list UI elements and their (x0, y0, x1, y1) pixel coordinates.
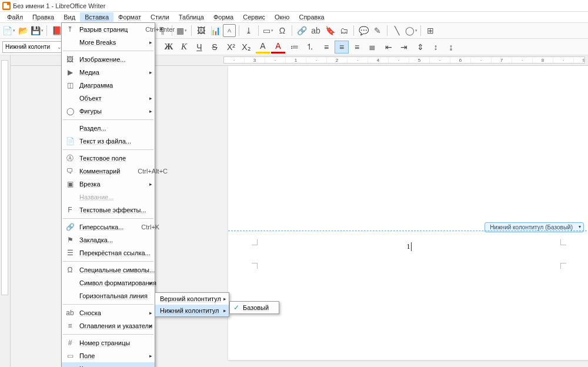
menuitem-верхний-колонтитул[interactable]: Верхний колонтитул▸ (155, 293, 229, 305)
shapes-button[interactable]: ◯ (405, 24, 417, 37)
titlebar: Без имени 1 - LibreOffice Writer (0, 0, 588, 12)
strike-button[interactable]: S (208, 41, 222, 54)
menuitem-гиперссылка-[interactable]: 🔗Гиперссылка...Ctrl+K (62, 221, 155, 233)
margin-corner (560, 239, 566, 245)
insert-menu[interactable]: ⤒Разрыв страницCtrl+EnterMore Breaks▸🖼Из… (61, 22, 155, 367)
menuitem-нижний-колонтитул[interactable]: Нижний колонтитул▸ (155, 305, 229, 316)
footer-style-submenu[interactable]: ✓Базовый (229, 301, 279, 314)
margin-corner (560, 263, 566, 269)
numbering-button[interactable]: ⒈ (303, 41, 317, 54)
menuitem-закладка-[interactable]: ⚑Закладка... (62, 233, 155, 246)
superscript-button[interactable]: X² (224, 41, 238, 54)
menu-справка[interactable]: Справка (294, 12, 329, 22)
page[interactable]: Нижний колонтитул (Базовый) 1 (228, 66, 588, 360)
footer-separator (228, 231, 588, 231)
menuitem-номер-страницы[interactable]: #Номер страницы (62, 336, 155, 349)
menu-стили[interactable]: Стили (146, 12, 174, 22)
textbox-button[interactable]: A (223, 24, 236, 37)
field-button[interactable]: ▭ (262, 24, 275, 37)
fontcolor-button[interactable]: A (271, 41, 285, 54)
bold-button[interactable]: Ж (162, 41, 176, 54)
menu-правка[interactable]: Правка (28, 12, 59, 22)
app-icon (2, 2, 11, 10)
menuitem-горизонтальная-линия[interactable]: Горизонтальная линия (62, 289, 155, 302)
ruler-horizontal[interactable]: ·3·1·2·4·5·6·7·8·9·10·11·12·13·14·15·16·… (223, 56, 585, 64)
paragraph-style-combo[interactable]: Нижний колонти (2, 41, 64, 53)
menuitem-комментарий[interactable]: 🗨КомментарийCtrl+Alt+C (62, 165, 155, 178)
menuitem-more-breaks[interactable]: More Breaks▸ (62, 36, 155, 49)
symbol-button[interactable]: Ω (276, 24, 289, 37)
menu-таблица[interactable]: Таблица (174, 12, 209, 22)
menuitem-изображение-[interactable]: 🖼Изображение... (62, 53, 155, 66)
pagebreak-button[interactable]: ⤓ (242, 24, 255, 37)
image-button[interactable]: 🖼 (195, 24, 208, 37)
trackchanges-button[interactable]: ✎ (371, 24, 384, 37)
ruler-vertical[interactable] (1, 60, 8, 295)
menuitem-объект[interactable]: Объект▸ (62, 92, 155, 105)
menuitem-базовый[interactable]: ✓Базовый (230, 302, 279, 313)
line-button[interactable]: ╲ (390, 24, 403, 37)
new-button[interactable]: 📄 (2, 24, 15, 37)
menu-файл[interactable]: Файл (2, 12, 28, 22)
align-right-button[interactable]: ≡ (350, 41, 364, 54)
menu-формат[interactable]: Формат (113, 12, 146, 22)
menuitem-раздел-[interactable]: Раздел... (62, 122, 155, 135)
menuitem-символ-форматирования[interactable]: Символ форматирования▸ (62, 276, 155, 289)
hyperlink-button[interactable]: 🔗 (295, 24, 308, 37)
menuitem-оглавления-и-указатели[interactable]: ≡Оглавления и указатели▸ (62, 319, 155, 332)
header-footer-submenu[interactable]: Верхний колонтитул▸Нижний колонтитул▸ (155, 292, 229, 317)
chart-button[interactable]: 📊 (209, 24, 222, 37)
menuitem-медиа[interactable]: ▶Медиа▸ (62, 66, 155, 79)
menu-окно[interactable]: Окно (270, 12, 295, 22)
menuitem-колонтитулы[interactable]: ▭Колонтитулы▸ (62, 362, 155, 367)
menuitem-специальные-символы-[interactable]: ΩСпециальные символы... (62, 263, 155, 276)
menuitem-диаграмма[interactable]: ◫Диаграмма (62, 79, 155, 92)
open-button[interactable]: 📂 (16, 24, 29, 37)
bullets-button[interactable]: ≔ (288, 41, 302, 54)
align-justify-button[interactable]: ≣ (365, 41, 379, 54)
paragraph-style-value: Нижний колонти (5, 44, 50, 50)
italic-button[interactable]: K (177, 41, 191, 54)
menuitem-разрыв-страниц[interactable]: ⤒Разрыв страницCtrl+Enter (62, 23, 155, 36)
subscript-button[interactable]: X₂ (239, 41, 253, 54)
menubar: ФайлПравкаВидВставкаФорматСтилиТаблицаФо… (0, 12, 588, 22)
align-center-button[interactable]: ≡ (335, 41, 349, 54)
menuitem-текстовые-эффекты-[interactable]: FТекстовые эффекты... (62, 203, 155, 216)
ruler-vertical-wrap (0, 55, 11, 367)
menu-вид[interactable]: Вид (59, 12, 80, 22)
comment-button[interactable]: 💬 (357, 24, 370, 37)
menuitem-врезка[interactable]: ▣Врезка▸ (62, 178, 155, 191)
margin-corner (252, 239, 258, 245)
menu-форма[interactable]: Форма (209, 12, 238, 22)
indent-inc-button[interactable]: ⇥ (397, 41, 411, 54)
menuitem-перекр-стная-ссылка-[interactable]: ☰Перекрёстная ссылка... (62, 246, 155, 259)
margin-corner (252, 263, 258, 269)
crossref-button[interactable]: 🗂 (338, 24, 350, 37)
menuitem-поле[interactable]: ▭Поле▸ (62, 349, 155, 362)
save-button[interactable]: 💾 (31, 24, 44, 37)
menuitem-фигуры[interactable]: ◯Фигуры▸ (62, 105, 155, 118)
align-left-button[interactable]: ≡ (319, 41, 333, 54)
highlight-button[interactable]: A (256, 41, 270, 54)
window-title: Без имени 1 - LibreOffice Writer (13, 2, 105, 9)
grid-button[interactable]: ⊞ (424, 24, 437, 37)
footnote-button[interactable]: ab (309, 24, 322, 37)
menuitem-название-: Название... (62, 191, 155, 203)
menu-сервис[interactable]: Сервис (238, 12, 270, 22)
table-button[interactable]: ▦ (175, 24, 188, 37)
paraspacing-dec-button[interactable]: ↨ (444, 41, 458, 54)
page-number-field[interactable]: 1 (407, 242, 412, 251)
menuitem-текстовое-поле[interactable]: ⒶТекстовое поле (62, 152, 155, 165)
indent-dec-button[interactable]: ⇤ (382, 41, 396, 54)
menu-вставка[interactable]: Вставка (80, 12, 113, 22)
underline-button[interactable]: Ч (192, 41, 206, 54)
menuitem-текст-из-файла-[interactable]: 📄Текст из файла... (62, 135, 155, 148)
menuitem-сноска[interactable]: abСноска▸ (62, 306, 155, 319)
bookmark-button[interactable]: 🔖 (323, 24, 336, 37)
paraspacing-inc-button[interactable]: ↕ (429, 41, 443, 54)
linespacing-button[interactable]: ⇕ (413, 41, 427, 54)
